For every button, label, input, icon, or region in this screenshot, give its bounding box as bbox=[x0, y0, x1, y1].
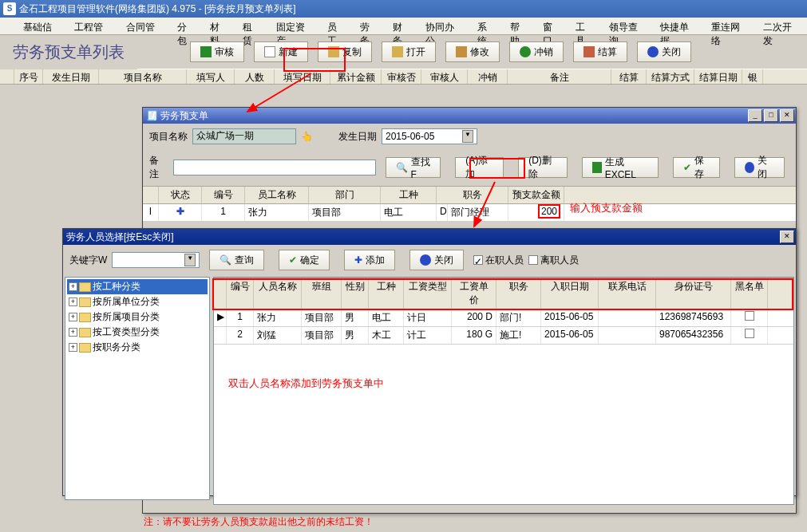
maximize-button[interactable]: □ bbox=[764, 109, 778, 122]
open-button[interactable]: 打开 bbox=[382, 41, 436, 62]
col-settledate[interactable]: 结算日期 bbox=[694, 69, 742, 84]
close-dialog-button[interactable]: 关闭 bbox=[734, 157, 785, 178]
close-window-button[interactable]: ✕ bbox=[780, 109, 794, 122]
advance-grid-row[interactable]: I ✚ 1 张力 项目部 电工 D 部门经理 200 bbox=[143, 204, 796, 222]
menu-item[interactable]: 基础信息 bbox=[16, 18, 67, 34]
out-service-checkbox[interactable]: 离职人员 bbox=[528, 254, 579, 267]
menu-item[interactable]: 帮助 bbox=[503, 18, 536, 34]
expand-icon[interactable]: + bbox=[69, 298, 77, 306]
menu-item[interactable]: 固定资产 bbox=[269, 18, 320, 34]
edit-button[interactable]: 修改 bbox=[445, 41, 500, 62]
menu-item[interactable]: 劳务 bbox=[353, 18, 386, 34]
col-rate[interactable]: 工资单价 bbox=[452, 278, 496, 309]
checkbox-icon[interactable] bbox=[745, 329, 754, 338]
menu-item[interactable]: 快捷单据 bbox=[653, 18, 704, 34]
copy-button[interactable]: 复制 bbox=[318, 41, 372, 62]
menu-item[interactable]: 工具 bbox=[568, 18, 601, 34]
col-writer[interactable]: 填写人 bbox=[187, 69, 235, 84]
close-window-button[interactable]: ✕ bbox=[780, 231, 794, 243]
col-sex[interactable]: 性别 bbox=[342, 278, 369, 309]
tree-item[interactable]: +按所属项目分类 bbox=[67, 309, 208, 325]
col-remark[interactable]: 备注 bbox=[508, 69, 611, 84]
col-paytype[interactable]: 工资类型 bbox=[404, 278, 452, 309]
project-field[interactable]: 众城广场一期 bbox=[192, 128, 296, 144]
col-id[interactable]: 编号 bbox=[202, 187, 245, 203]
col-audited[interactable]: 审核否 bbox=[382, 69, 421, 84]
col-empname[interactable]: 员工名称 bbox=[245, 187, 309, 203]
col-project[interactable]: 项目名称 bbox=[99, 69, 187, 84]
audit-button[interactable]: 审核 bbox=[190, 41, 244, 62]
close-button[interactable]: 关闭 bbox=[637, 41, 691, 62]
col-count[interactable]: 人数 bbox=[235, 69, 275, 84]
col-pjob[interactable]: 工种 bbox=[369, 278, 404, 309]
date-field[interactable]: 2015-06-05▼ bbox=[382, 128, 477, 144]
checkbox-icon[interactable] bbox=[745, 311, 754, 321]
col-settletype[interactable]: 结算方式 bbox=[647, 69, 694, 84]
tree-item[interactable]: +按职务分类 bbox=[67, 340, 208, 355]
in-service-checkbox[interactable]: ✓在职人员 bbox=[473, 254, 524, 267]
col-no[interactable]: 编号 bbox=[227, 278, 254, 309]
dialog-titlebar[interactable]: 🧾 劳务预支单 _ □ ✕ bbox=[143, 108, 796, 124]
query-button[interactable]: 🔍查询 bbox=[209, 250, 264, 270]
menu-item[interactable]: 领导查询 bbox=[602, 18, 653, 34]
col-idcard[interactable]: 身份证号 bbox=[656, 278, 731, 309]
person-row[interactable]: 2 刘猛 项目部 男 木工 计工 180 G 施工! 2015-06-05 98… bbox=[214, 327, 793, 345]
col-job[interactable]: 工种 bbox=[381, 187, 437, 203]
add-button[interactable]: (A)添加 bbox=[455, 157, 504, 178]
menu-item[interactable]: 工程管理 bbox=[67, 18, 118, 34]
menu-item[interactable]: 租赁 bbox=[235, 18, 268, 34]
col-settle[interactable]: 结算 bbox=[611, 69, 647, 84]
tree-item[interactable]: +按所属单位分类 bbox=[67, 294, 208, 309]
search-button[interactable]: 🔍查找F bbox=[386, 157, 441, 178]
col-dept[interactable]: 部门 bbox=[309, 187, 381, 203]
chevron-down-icon[interactable]: ▼ bbox=[462, 130, 473, 143]
col-pname[interactable]: 人员名称 bbox=[254, 278, 302, 309]
col-duty[interactable]: 职务 bbox=[437, 187, 508, 203]
menu-item[interactable]: 分包 bbox=[170, 18, 203, 34]
ok-button[interactable]: ✔确定 bbox=[279, 250, 330, 270]
menu-item[interactable]: 窗口 bbox=[536, 18, 568, 34]
excel-button[interactable]: 生成EXCEL bbox=[582, 157, 659, 178]
col-amount[interactable]: 预支款金额 bbox=[508, 187, 564, 203]
person-row[interactable]: ▶ 1 张力 项目部 男 电工 计日 200 D 部门! 2015-06-05 … bbox=[214, 309, 793, 327]
col-status[interactable]: 状态 bbox=[159, 187, 202, 203]
tree-item[interactable]: +按工种分类 bbox=[67, 279, 208, 294]
tree-item[interactable]: +按工资类型分类 bbox=[67, 325, 208, 340]
col-writedate[interactable]: 填写日期 bbox=[275, 69, 330, 84]
col-reverse[interactable]: 冲销 bbox=[468, 69, 508, 84]
menu-item[interactable]: 系统 bbox=[470, 18, 503, 34]
expand-icon[interactable]: + bbox=[69, 282, 77, 291]
menu-item[interactable]: 二次开发 bbox=[756, 18, 807, 34]
menu-item[interactable]: 材料 bbox=[203, 18, 235, 34]
col-pduty[interactable]: 职务 bbox=[496, 278, 541, 309]
chevron-down-icon[interactable]: ▼ bbox=[184, 254, 196, 266]
delete-button[interactable]: (D)删除 bbox=[518, 157, 567, 178]
col-phone[interactable]: 联系电话 bbox=[599, 278, 656, 309]
project-picker-icon[interactable]: 👆 bbox=[301, 131, 313, 142]
save-button[interactable]: ✔保存 bbox=[673, 157, 720, 178]
expand-icon[interactable]: + bbox=[69, 343, 77, 352]
menu-item[interactable]: 财务 bbox=[386, 18, 418, 34]
dialog2-titlebar[interactable]: 劳务人员选择[按Esc关闭] ✕ bbox=[63, 229, 796, 245]
remark-input[interactable] bbox=[173, 160, 376, 175]
menu-item[interactable]: 重连网络 bbox=[704, 18, 755, 34]
col-team[interactable]: 班组 bbox=[302, 278, 342, 309]
close-button[interactable]: 关闭 bbox=[409, 250, 464, 270]
menu-item[interactable]: 协同办公 bbox=[418, 18, 469, 34]
add-person-button[interactable]: ✚添加 bbox=[344, 250, 395, 270]
expand-icon[interactable]: + bbox=[69, 328, 77, 337]
col-date[interactable]: 发生日期 bbox=[43, 69, 99, 84]
col-hiredate[interactable]: 入职日期 bbox=[541, 278, 599, 309]
calc-button[interactable]: 结算 bbox=[573, 41, 627, 62]
col-auditor[interactable]: 审核人 bbox=[421, 69, 468, 84]
cell-amount[interactable]: 200 bbox=[508, 204, 564, 221]
col-black[interactable]: 黑名单 bbox=[731, 278, 768, 309]
col-seq[interactable]: 序号 bbox=[14, 69, 43, 84]
category-tree[interactable]: +按工种分类 +按所属单位分类 +按所属项目分类 +按工资类型分类 +按职务分类 bbox=[65, 277, 210, 500]
keyword-combo[interactable]: ▼ bbox=[112, 252, 200, 268]
reverse-button[interactable]: 冲销 bbox=[509, 41, 564, 62]
minimize-button[interactable]: _ bbox=[748, 109, 762, 122]
new-button[interactable]: 新建 bbox=[254, 41, 308, 62]
col-total[interactable]: 累计金额 bbox=[330, 69, 382, 84]
menu-item[interactable]: 合同管理 bbox=[119, 18, 170, 34]
